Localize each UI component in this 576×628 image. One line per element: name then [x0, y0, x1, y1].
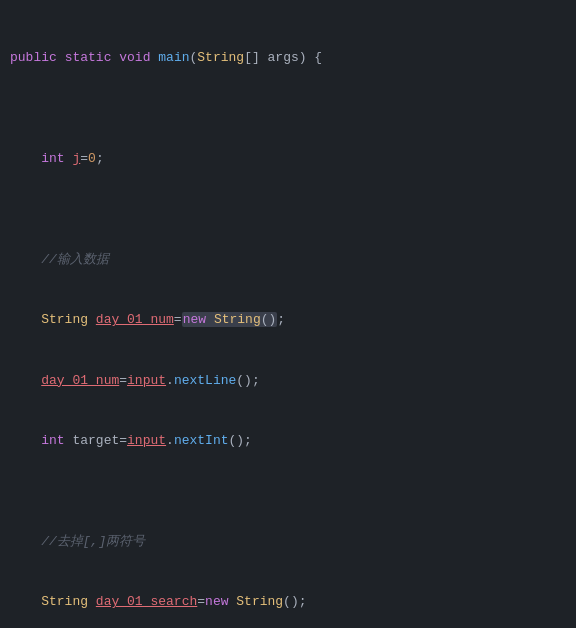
line-10: //去掉[,]两符号 [0, 532, 576, 552]
line-6: String day_01_num=new String(); [0, 310, 576, 330]
line-1: public static void main(String[] args) { [0, 48, 576, 68]
code-editor: public static void main(String[] args) {… [0, 0, 576, 628]
line-3: int j=0; [0, 149, 576, 169]
line-5: //输入数据 [0, 250, 576, 270]
line-11: String day_01_search=new String(); [0, 592, 576, 612]
line-8: int target=input.nextInt(); [0, 431, 576, 451]
line-7: day_01_num=input.nextLine(); [0, 371, 576, 391]
